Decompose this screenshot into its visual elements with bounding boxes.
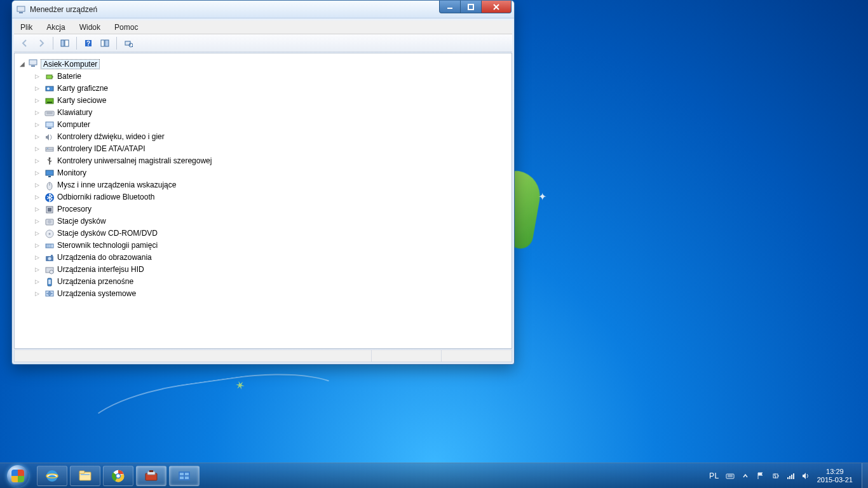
- svg-rect-70: [185, 473, 189, 475]
- minimize-button[interactable]: [439, 1, 461, 13]
- svg-rect-80: [791, 475, 792, 479]
- tree-node-label: Sterownik technologii pamięci: [57, 240, 158, 251]
- taskbar-mmc[interactable]: [136, 466, 166, 486]
- expand-icon[interactable]: ▷: [35, 264, 42, 275]
- keyboard-tray-icon[interactable]: [726, 471, 735, 480]
- expand-icon[interactable]: ▷: [35, 168, 42, 179]
- menu-action[interactable]: Akcja: [44, 22, 67, 33]
- start-button[interactable]: [0, 463, 36, 489]
- tree-node-keyboard[interactable]: ▷Klawiatury: [17, 107, 509, 119]
- expand-icon[interactable]: ▷: [35, 71, 42, 82]
- expand-icon[interactable]: ▷: [35, 192, 42, 203]
- expand-icon[interactable]: ▷: [35, 252, 42, 263]
- tray-clock[interactable]: 13:29 2015-03-21: [817, 468, 857, 484]
- expand-icon[interactable]: ▷: [35, 216, 42, 227]
- tree-node-sound[interactable]: ▷Kontrolery dźwięku, wideo i gier: [17, 131, 509, 143]
- system-icon: [44, 289, 55, 299]
- svg-point-50: [50, 270, 53, 274]
- tree-node-nic[interactable]: ▷Karty sieciowe: [17, 95, 509, 107]
- back-button[interactable]: [18, 36, 32, 50]
- power-tray-icon[interactable]: [771, 471, 780, 480]
- close-button[interactable]: [481, 1, 512, 13]
- svg-line-12: [132, 46, 133, 47]
- svg-rect-10: [125, 41, 130, 45]
- svg-rect-24: [46, 122, 53, 127]
- tree-node-label: Stacje dysków: [57, 216, 106, 227]
- usb-icon: [44, 156, 55, 166]
- menu-view[interactable]: Widok: [77, 22, 103, 33]
- svg-rect-14: [31, 65, 35, 67]
- expand-icon[interactable]: ▷: [35, 132, 42, 142]
- volume-tray-icon[interactable]: [802, 471, 811, 480]
- tree-node-usb[interactable]: ▷Kontrolery uniwersalnej magistrali szer…: [17, 155, 509, 167]
- svg-rect-48: [51, 255, 53, 257]
- tree-node-imaging[interactable]: ▷Urządzenia do obrazowania: [17, 252, 509, 264]
- tree-node-label: Urządzenia do obrazowania: [57, 252, 152, 263]
- tree-node-disk[interactable]: ▷Stacje dysków: [17, 215, 509, 227]
- maximize-button[interactable]: [460, 1, 482, 13]
- tree-root-label[interactable]: Asiek-Komputer: [41, 59, 100, 69]
- menu-help[interactable]: Pomoc: [112, 22, 140, 33]
- flag-tray-icon[interactable]: [756, 471, 765, 480]
- tree-node-cpu[interactable]: ▷Procesory: [17, 203, 509, 215]
- taskbar-control-panel[interactable]: [169, 466, 200, 486]
- wifi-tray-icon[interactable]: [787, 471, 796, 480]
- properties-button[interactable]: [98, 36, 112, 50]
- tree-node-bluetooth[interactable]: ▷Odbiorniki radiowe Bluetooth: [17, 191, 509, 203]
- statusbar-cell: [372, 350, 442, 362]
- expand-icon[interactable]: ▷: [35, 240, 42, 251]
- expand-icon[interactable]: ▷: [35, 180, 42, 191]
- scan-hardware-button[interactable]: [121, 36, 135, 50]
- taskbar-ie[interactable]: [37, 466, 67, 486]
- svg-rect-69: [180, 473, 184, 475]
- tree-node-label: Kontrolery IDE ATA/ATAPI: [57, 144, 146, 154]
- tree-node-mouse[interactable]: ▷Mysz i inne urządzenia wskazujące: [17, 179, 509, 191]
- tree-node-portable[interactable]: ▷Urządzenia przenośne: [17, 276, 509, 288]
- language-indicator[interactable]: PL: [709, 471, 719, 480]
- svg-rect-81: [793, 473, 794, 479]
- tree-node-label: Urządzenia systemowe: [57, 288, 136, 299]
- memtech-icon: [44, 241, 55, 251]
- tree-node-battery[interactable]: ▷Baterie: [17, 71, 509, 83]
- taskbar-explorer[interactable]: [70, 466, 100, 486]
- forward-button[interactable]: [34, 36, 48, 50]
- expand-icon[interactable]: ▷: [35, 204, 42, 215]
- tree-node-label: Stacje dysków CD-ROM/DVD: [57, 228, 158, 239]
- taskbar-chrome[interactable]: [103, 466, 133, 486]
- expand-icon[interactable]: ▷: [35, 288, 42, 299]
- tree-root[interactable]: ◢ Asiek-Komputer: [17, 57, 509, 71]
- tray-chevron-icon[interactable]: [741, 471, 750, 480]
- expand-icon[interactable]: ▷: [35, 228, 42, 239]
- tree-node-cdrom[interactable]: ▷Stacje dysków CD-ROM/DVD: [17, 227, 509, 240]
- expand-icon[interactable]: ▷: [35, 144, 42, 154]
- collapse-icon[interactable]: ◢: [18, 60, 25, 67]
- tree-node-label: Monitory: [57, 168, 86, 179]
- tree-node-system[interactable]: ▷Urządzenia systemowe: [17, 288, 509, 300]
- expand-icon[interactable]: ▷: [35, 156, 42, 166]
- tree-node-memtech[interactable]: ▷Sterownik technologii pamięci: [17, 240, 509, 252]
- menubar: Plik Akcja Widok Pomoc: [14, 20, 512, 34]
- tree-node-hid[interactable]: ▷Urządzenia interfejsu HID: [17, 264, 509, 276]
- show-desktop-button[interactable]: [862, 463, 868, 489]
- expand-icon[interactable]: ▷: [35, 107, 42, 118]
- tree-node-computer[interactable]: ▷Komputer: [17, 119, 509, 131]
- tree-node-gpu[interactable]: ▷Karty graficzne: [17, 83, 509, 95]
- expand-icon[interactable]: ▷: [35, 83, 42, 94]
- svg-rect-1: [19, 12, 23, 13]
- help-button[interactable]: ?: [81, 36, 95, 50]
- titlebar[interactable]: Menedżer urządzeń: [12, 1, 514, 18]
- sound-icon: [44, 132, 55, 142]
- tree-node-monitor[interactable]: ▷Monitory: [17, 167, 509, 179]
- tree-node-ide[interactable]: ▷Kontrolery IDE ATA/ATAPI: [17, 143, 509, 155]
- show-hide-tree-button[interactable]: [58, 36, 72, 50]
- tree-node-label: Odbiorniki radiowe Bluetooth: [57, 192, 154, 203]
- statusbar-cell: [442, 350, 512, 362]
- menu-file[interactable]: Plik: [18, 22, 35, 33]
- svg-rect-67: [149, 470, 153, 472]
- expand-icon[interactable]: ▷: [35, 119, 42, 130]
- wallpaper-swoosh: [79, 362, 353, 468]
- svg-rect-8: [101, 40, 104, 46]
- expand-icon[interactable]: ▷: [35, 95, 42, 106]
- expand-icon[interactable]: ▷: [35, 276, 42, 287]
- device-tree[interactable]: ◢ Asiek-Komputer ▷Baterie▷Karty graficzn…: [15, 53, 512, 304]
